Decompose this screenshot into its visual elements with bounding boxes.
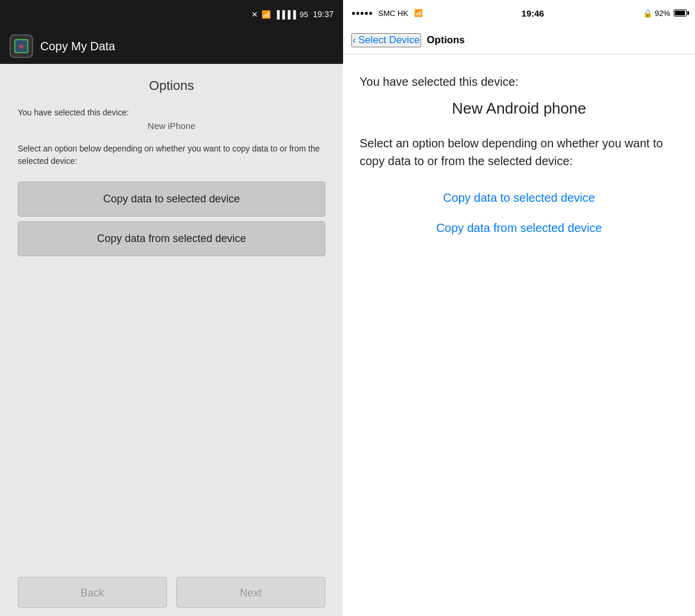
mute-icon: ✕ [251,10,258,19]
app-title: Copy My Data [40,40,115,53]
android-back-button[interactable]: Back [18,577,167,608]
ios-device-name: New Android phone [360,99,678,118]
android-statusbar: ✕ 📶 ▐▐▐▐ 95 19:37 [0,0,343,28]
ios-battery-area: 🔒 92% [643,9,687,18]
ios-battery-icon [674,9,687,17]
android-bottom-nav: Back Next [0,569,343,616]
android-instruction: Select an option below depending on whet… [18,143,325,167]
ios-carrier: SMC HK [379,9,409,18]
ios-battery-pct: 92% [655,9,670,18]
signal-icon: ▐▐▐▐ [274,10,296,19]
ios-back-button[interactable]: ‹ Select Device [351,33,421,47]
battery-status: 95 [299,10,308,19]
ios-panel: ●●●●● SMC HK 📶 19:46 🔒 92% ‹ Select Devi… [343,0,695,616]
android-copy-from-button[interactable]: Copy data from selected device [18,221,325,256]
ios-nav-title: Options [427,34,465,46]
android-panel: ✕ 📶 ▐▐▐▐ 95 19:37 + Copy My Data Options… [0,0,343,616]
svg-text:+: + [18,41,24,51]
ios-signal-dots: ●●●●● SMC HK 📶 [351,9,423,18]
ios-device-header: You have selected this device: [360,73,678,90]
ios-back-label: Select Device [358,34,420,46]
ios-time: 19:46 [522,8,544,18]
wifi-icon: 📶 [261,10,271,19]
android-status-icons: ✕ 📶 ▐▐▐▐ 95 [251,10,308,19]
ios-instruction: Select an option below depending on whet… [360,134,678,170]
ios-statusbar: ●●●●● SMC HK 📶 19:46 🔒 92% [343,0,695,26]
ios-copy-from-button[interactable]: Copy data from selected device [360,221,678,235]
chevron-left-icon: ‹ [353,34,356,46]
android-page-title: Options [18,78,325,93]
ios-battery-fill [675,11,685,15]
ios-content: You have selected this device: New Andro… [343,54,695,616]
android-next-button[interactable]: Next [176,577,325,608]
ios-wifi-icon: 📶 [414,9,423,17]
android-titlebar: + Copy My Data [0,28,343,64]
android-content: Options You have selected this device: N… [0,64,343,569]
ios-lock-icon: 🔒 [643,9,652,18]
ios-navbar: ‹ Select Device Options [343,26,695,54]
android-time: 19:37 [313,9,334,19]
android-copy-to-button[interactable]: Copy data to selected device [18,182,325,217]
app-icon: + [9,34,33,58]
android-device-name: New iPhone [18,121,325,131]
ios-copy-to-button[interactable]: Copy data to selected device [360,191,678,205]
android-device-label: You have selected this device: [18,108,325,117]
